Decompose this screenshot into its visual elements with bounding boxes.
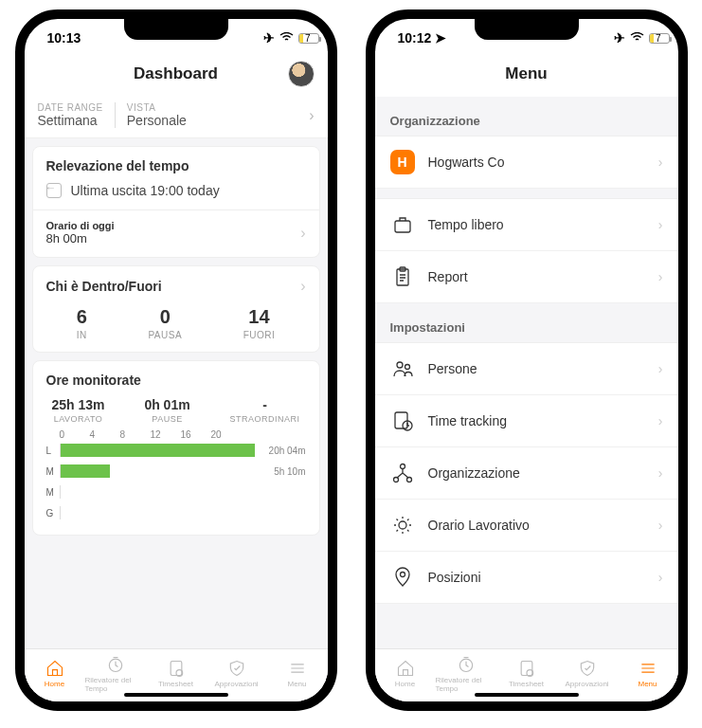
airplane-icon: ✈︎ [614,30,625,46]
hours-bar-chart: 048121620 L20h 04mM5h 10mMG [46,429,306,523]
location-pin-icon [390,565,415,590]
tab-timesheet[interactable]: Timesheet [146,659,207,688]
menu-item-label: Orario Lavorativo [428,518,530,533]
card-title: Relevazione del tempo [46,158,306,173]
tab-approvals[interactable]: Approvazioni [557,659,618,688]
who-pause: 0 PAUSA [148,306,182,340]
chevron-right-icon: › [309,107,314,124]
location-icon: ➤ [435,30,446,46]
today-hours-row[interactable]: Orario di oggi 8h 00m › [46,210,306,246]
chevron-right-icon: › [658,518,663,533]
section-organization: Organizzazione [375,97,678,136]
status-time: 10:12 ➤ [398,30,447,46]
menu-item-label: Posizioni [428,570,481,585]
menu-item-schedule[interactable]: Orario Lavorativo › [375,500,678,552]
stat-overtime: - STRAORDINARI [229,397,299,424]
avatar[interactable] [288,61,315,87]
clipboard-icon [390,264,415,289]
card-title: Ore monitorate [46,373,306,388]
chevron-right-icon: › [658,465,663,481]
chevron-right-icon: › [658,361,663,376]
wifi-icon [279,30,294,46]
notch [124,19,228,40]
menu-item-label: Time tracking [428,413,508,428]
stat-pause: 0h 01m PAUSE [144,397,189,424]
airplane-icon: ✈︎ [263,30,275,46]
org-avatar-icon: H [390,150,415,174]
home-indicator[interactable] [475,693,579,697]
menu-item-label: Hogwarts Co [428,155,505,170]
menu-item-label: Organizzazione [428,465,520,481]
chevron-right-icon: › [658,155,663,170]
suitcase-icon [390,212,415,237]
menu-item-report[interactable]: Report › [375,251,678,303]
svg-point-10 [400,464,405,469]
svg-point-14 [400,573,405,577]
tab-home[interactable]: Home [25,659,85,688]
sun-icon [390,513,415,537]
chart-row: G [46,502,306,523]
chevron-right-icon: › [658,217,663,232]
chevron-right-icon: › [300,225,305,242]
chevron-right-icon: › [658,413,663,428]
card-time-tracking: Relevazione del tempo Ultima uscita 19:0… [32,146,320,258]
wifi-icon [630,30,644,46]
tab-menu[interactable]: Menu [618,659,678,688]
tab-timesheet[interactable]: Timesheet [496,659,557,688]
tab-menu[interactable]: Menu [267,659,328,688]
svg-point-11 [393,478,398,482]
timetracking-icon [390,409,415,433]
tab-time-tracker[interactable]: Rilevatore del Tempo [436,655,496,693]
card-title: Chi è Dentro/Fuori [46,279,162,294]
org-tree-icon [390,461,415,485]
battery-pct: 7 [305,33,311,44]
page-title: Menu [505,64,547,83]
battery-icon [649,33,670,44]
tab-home[interactable]: Home [375,659,436,688]
filter-bar[interactable]: DATE RANGE Settimana VISTA Personale › [25,97,328,138]
stat-worked: 25h 13m LAVORATO [52,397,105,424]
menu-item-timeoff[interactable]: Tempo libero › [375,199,678,251]
people-icon [390,356,415,381]
dashboard-header: Dashboard [25,51,328,97]
menu-item-label: Report [428,269,468,284]
svg-point-7 [405,365,409,370]
svg-point-6 [397,362,403,368]
today-label: Orario di oggi [46,220,115,231]
phone-menu: 10:12 ➤ ✈︎ 7 Menu Organizzazione H Hogwa… [366,9,688,711]
status-time: 10:13 [47,30,81,46]
phone-dashboard: 10:13 ✈︎ 7 Dashboard DATE RANGE Settiman… [15,9,337,711]
filter-date-range[interactable]: DATE RANGE Settimana [38,102,115,128]
last-exit-text: Ultima uscita 19:00 today [71,183,220,198]
svg-point-12 [406,478,411,482]
page-title: Dashboard [134,64,218,83]
menu-item-label: Tempo libero [428,217,504,232]
who-in: 6 IN [77,306,87,340]
filter-view[interactable]: VISTA Personale [115,102,198,128]
card-hours-monitored: Ore monitorate 25h 13m LAVORATO 0h 01m P… [32,360,320,536]
chart-row: M [46,482,306,502]
chart-row: L20h 04m [46,440,306,461]
notch [475,19,579,40]
exit-icon [46,183,62,198]
tab-approvals[interactable]: Approvazioni [207,659,267,688]
chevron-right-icon: › [658,570,663,585]
menu-item-org[interactable]: H Hogwarts Co › [375,136,678,189]
svg-rect-8 [395,412,407,428]
svg-point-13 [399,521,406,529]
last-exit-row[interactable]: Ultima uscita 19:00 today [46,183,306,198]
chevron-right-icon: › [300,278,305,295]
chart-row: M5h 10m [46,461,306,482]
svg-rect-3 [395,221,410,232]
tab-time-tracker[interactable]: Rilevatore del Tempo [85,655,146,693]
section-settings: Impostazioni [375,303,678,342]
home-indicator[interactable] [124,693,228,697]
card-who-in-out[interactable]: Chi è Dentro/Fuori › 6 IN 0 PAUSA 14 FUO… [32,265,320,353]
menu-item-label: Persone [428,361,477,376]
menu-item-time-tracking[interactable]: Time tracking › [375,395,678,447]
menu-item-people[interactable]: Persone › [375,343,678,395]
menu-item-organization[interactable]: Organizzazione › [375,447,678,500]
menu-item-positions[interactable]: Posizioni › [375,552,678,604]
menu-header: Menu [375,51,678,97]
chevron-right-icon: › [658,269,663,284]
